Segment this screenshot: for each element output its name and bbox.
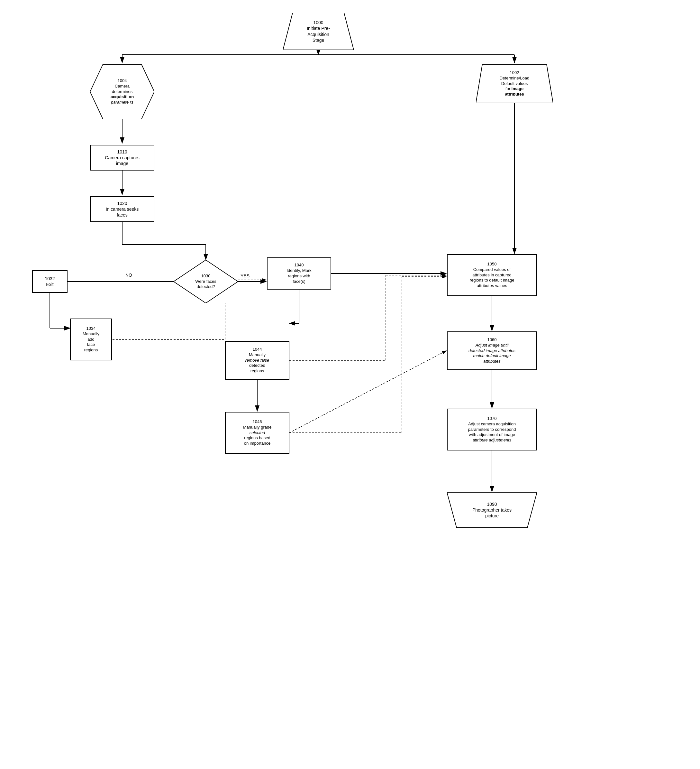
svg-text:YES: YES — [241, 273, 249, 278]
node-1060-label: 1060Adjust image untildetected image att… — [469, 337, 515, 364]
node-1034-label: 1034Manuallyaddfaceregions — [83, 326, 100, 353]
node-1032: 1032Exit — [32, 270, 67, 293]
node-1010: 1010Camera capturesimage — [90, 145, 154, 171]
node-1046: 1046Manually gradeselectedregions basedo… — [225, 412, 289, 454]
node-1040: 1040Identify, Markregions withface(s) — [267, 257, 331, 290]
node-1050: 1050Compared values ofattributes in capt… — [447, 254, 537, 296]
node-1004: 1004Cameradeterminesacquisiti onparamete… — [90, 64, 154, 119]
node-1034: 1034Manuallyaddfaceregions — [70, 319, 112, 360]
node-1090: 1090Photographer takespicture — [447, 492, 537, 528]
node-1002: 1002Determine/LoadDefault valuesfor imag… — [476, 64, 553, 103]
node-1050-label: 1050Compared values ofattributes in capt… — [470, 262, 514, 289]
node-1070-label: 1070Adjust camera acquisitionparameters … — [468, 416, 516, 443]
node-1030: 1030Were facesdetected? — [173, 260, 238, 303]
node-1070: 1070Adjust camera acquisitionparameters … — [447, 409, 537, 450]
svg-marker-40 — [476, 64, 553, 103]
node-1060: 1060Adjust image untildetected image att… — [447, 331, 537, 370]
svg-marker-38 — [283, 13, 354, 50]
node-1000: 1000 Initiate Pre- Acquisition Stage — [283, 13, 354, 50]
node-1044-label: 1044Manuallyremove falsedetectedregions — [245, 347, 269, 374]
node-1020: 1020In camera seeksfaces — [90, 196, 154, 222]
node-1040-label: 1040Identify, Markregions withface(s) — [286, 262, 311, 285]
node-1044: 1044Manuallyremove falsedetectedregions — [225, 341, 289, 380]
flowchart-diagram: NO YES — [0, 0, 700, 769]
svg-marker-39 — [90, 64, 154, 119]
svg-text:NO: NO — [125, 272, 132, 278]
node-1020-label: 1020In camera seeksfaces — [106, 201, 139, 218]
node-1046-label: 1046Manually gradeselectedregions basedo… — [243, 419, 272, 446]
node-1032-label: 1032Exit — [45, 276, 55, 287]
svg-marker-42 — [447, 492, 537, 528]
node-1010-label: 1010Camera capturesimage — [105, 149, 139, 167]
svg-marker-41 — [173, 260, 238, 303]
svg-line-37 — [289, 351, 446, 433]
